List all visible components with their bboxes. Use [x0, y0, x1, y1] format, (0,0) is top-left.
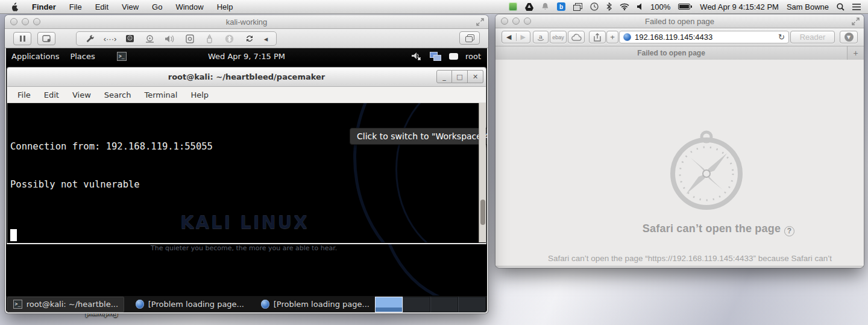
terminal-task-icon: >_: [13, 300, 22, 309]
terminal-menu-file[interactable]: File: [11, 90, 37, 99]
terminal-menubar: File Edit View Search Terminal Help: [7, 87, 486, 103]
screens-overlap-icon[interactable]: [573, 2, 582, 11]
vm-sound-icon[interactable]: [160, 35, 180, 43]
kali-panel-user[interactable]: root: [465, 52, 481, 61]
menu-edit[interactable]: Edit: [95, 2, 108, 11]
vm-settings-wrench-icon[interactable]: [80, 34, 100, 43]
menu-go[interactable]: Go: [152, 2, 162, 11]
vmware-toolbar: ‹···› ◂: [5, 29, 488, 48]
menubar-clock[interactable]: Wed Apr 9 4:15:42 PM: [700, 2, 779, 11]
workspace-3[interactable]: [430, 297, 458, 312]
menu-help[interactable]: Help: [217, 2, 233, 11]
taskbar-item-terminal[interactable]: >_ root@kali: ~/heartble...: [7, 297, 124, 312]
network-monitors-icon[interactable]: [430, 52, 442, 62]
terminal-minimize-button[interactable]: _: [436, 70, 452, 83]
safari-error-page: Safari can’t open the page? Safari can’t…: [495, 60, 864, 267]
forward-button[interactable]: ▶: [517, 33, 530, 41]
terminal-window: root@kali: ~/heartbleed/pacemaker _ □ ✕ …: [7, 67, 486, 244]
vm-camera-icon[interactable]: [180, 34, 200, 43]
new-tab-button[interactable]: +: [848, 46, 864, 60]
vm-harddisk-icon[interactable]: [120, 34, 140, 43]
kali-wallpaper-tagline: The quieter you become, the more you are…: [151, 244, 337, 252]
bluetooth-icon[interactable]: [606, 2, 612, 11]
terminal-close-button[interactable]: ✕: [468, 70, 483, 83]
address-bar-url[interactable]: 192.168.119.145:4433: [635, 33, 712, 42]
new-tab-toolbar-button[interactable]: +: [606, 31, 618, 43]
vm-sync-icon[interactable]: [239, 34, 259, 43]
safari-window: Failed to open page ◀ ▶ a ebay + 192.168…: [495, 14, 864, 268]
volume-icon[interactable]: [637, 2, 643, 11]
fullscreen-expand-icon[interactable]: [476, 18, 484, 26]
browser-task-icon: [261, 300, 269, 309]
reader-button[interactable]: Reader: [790, 31, 835, 43]
vm-usb-icon[interactable]: [200, 34, 219, 43]
share-button[interactable]: [589, 31, 606, 43]
terminal-maximize-button[interactable]: □: [452, 70, 468, 83]
terminal-menu-search[interactable]: Search: [98, 90, 138, 99]
vm-pause-button[interactable]: [13, 32, 31, 45]
safari-toolbar: ◀ ▶ a ebay + 192.168.119.145:4433 ↻ Read…: [495, 28, 864, 46]
spotlight-search-icon[interactable]: [837, 2, 844, 11]
active-app-name[interactable]: Finder: [32, 2, 56, 11]
time-machine-icon[interactable]: [590, 2, 599, 11]
back-button[interactable]: ◀: [502, 33, 517, 41]
safari-titlebar[interactable]: Failed to open page: [495, 14, 864, 28]
menubar-user[interactable]: Sam Bowne: [787, 2, 829, 11]
terminal-scrollbar[interactable]: [479, 103, 486, 242]
notification-center-icon[interactable]: [852, 2, 861, 11]
vm-cdrom-icon[interactable]: [140, 35, 160, 43]
workspace-4[interactable]: [458, 297, 486, 312]
address-bar[interactable]: 192.168.119.145:4433 ↻: [619, 31, 789, 43]
menu-view[interactable]: View: [122, 2, 139, 11]
tab-label: Failed to open page: [637, 49, 705, 57]
terminal-titlebar[interactable]: root@kali: ~/heartbleed/pacemaker _ □ ✕: [7, 68, 486, 87]
terminal-line: [10, 216, 213, 229]
vm-snapshot-button[interactable]: [37, 32, 55, 45]
kali-desktop-area[interactable]: The quieter you become, the more you are…: [6, 244, 487, 295]
taskbar-item-label: root@kali: ~/heartble...: [27, 300, 118, 309]
workspace-2[interactable]: [403, 297, 430, 312]
terminal-menu-view[interactable]: View: [66, 90, 98, 99]
vm-toolbar-collapse-chevron-icon[interactable]: ◂: [259, 34, 272, 43]
wifi-icon[interactable]: [620, 2, 629, 11]
terminal-output-area[interactable]: Connection from: 192.168.119.1:55055 Pos…: [7, 103, 486, 242]
browser-task-icon: [136, 300, 144, 309]
vmware-window-title: kali-working: [5, 17, 488, 27]
vmware-status-icon[interactable]: [509, 2, 517, 11]
download-arrow-icon: ▼: [844, 33, 854, 42]
workspace-1[interactable]: [375, 297, 403, 312]
help-question-button[interactable]: ?: [784, 226, 794, 236]
blue-b-status-icon[interactable]: b: [557, 2, 565, 11]
kali-top-panel: Applications Places >_ Wed Apr 9, 7:15 P…: [6, 48, 487, 65]
ebay-bookmark-button[interactable]: ebay: [550, 31, 567, 43]
vm-network-icon[interactable]: ‹···›: [100, 34, 120, 43]
reload-icon[interactable]: ↻: [778, 33, 785, 42]
terminal-menu-edit[interactable]: Edit: [37, 90, 66, 99]
vm-device-icon-group: ‹···› ◂: [76, 31, 277, 46]
tab-failed-to-open-page[interactable]: Failed to open page: [495, 46, 848, 60]
taskbar-item-label: [Problem loading page...: [274, 300, 370, 309]
taskbar-item-browser-1[interactable]: [Problem loading page...: [130, 297, 250, 312]
vm-bluetooth-icon[interactable]: [219, 34, 239, 43]
amazon-bookmark-button[interactable]: a: [533, 31, 549, 43]
fullscreen-expand-icon[interactable]: [852, 17, 860, 25]
downloads-button[interactable]: ▼: [840, 31, 858, 43]
user-chat-bubble-icon[interactable]: [449, 53, 458, 60]
taskbar-item-browser-2[interactable]: [Problem loading page...: [256, 297, 375, 312]
menu-file[interactable]: File: [69, 2, 82, 11]
battery-icon[interactable]: [678, 4, 692, 10]
terminal-menu-help[interactable]: Help: [184, 90, 215, 99]
vmware-titlebar[interactable]: kali-working: [5, 15, 488, 29]
notifications-bell-icon[interactable]: [541, 2, 549, 11]
apple-logo-icon[interactable]: [11, 2, 19, 11]
icloud-button[interactable]: [568, 31, 585, 43]
terminal-line: Possibly not vulnerable: [10, 178, 213, 191]
error-heading-row: Safari can’t open the page?: [495, 222, 864, 236]
terminal-scrollbar-thumb[interactable]: [480, 200, 485, 225]
terminal-menu-terminal[interactable]: Terminal: [137, 90, 184, 99]
drive-status-icon[interactable]: [525, 2, 533, 11]
vm-display-mode-button[interactable]: [459, 31, 480, 45]
error-detail-text: Safari can’t open the page “https://192.…: [548, 254, 832, 263]
volume-muted-icon[interactable]: [412, 52, 423, 62]
menu-window[interactable]: Window: [175, 2, 203, 11]
